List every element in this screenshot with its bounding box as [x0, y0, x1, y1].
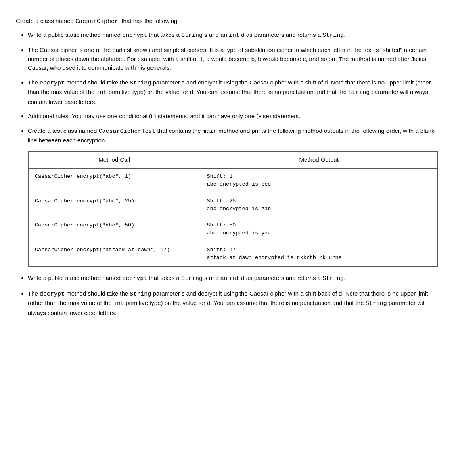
string-code-2: String [130, 80, 151, 86]
bullet-item-1: Write a public static method named encry… [28, 31, 438, 40]
bullet-item-7: The decrypt method should take the Strin… [28, 289, 438, 318]
table-cell-output-4: Shift: 17 attack at dawn encrypted is rk… [200, 242, 438, 266]
bullet-item-5: Create a test class named CaesarCipherTe… [28, 127, 438, 267]
string-code-4: String [181, 275, 203, 282]
table-cell-call-4: CaesarCipher.encrypt("attack at dawn", 1… [29, 242, 200, 266]
table-cell-output-2: Shift: 25 abc encrypted is zab [200, 193, 438, 217]
bullet-list-before: Write a public static method named encry… [16, 31, 438, 267]
table-cell-call-2: CaesarCipher.encrypt("abc", 25) [29, 193, 200, 217]
int-code-3: int [229, 275, 239, 282]
string-code-1: String [181, 32, 203, 39]
bullet-item-2: The Caesar cipher is one of the earliest… [28, 46, 438, 73]
int-code-2: int [96, 89, 107, 96]
method-table: Method Call Method Output CaesarCipher.e… [28, 151, 438, 267]
bullet-list-after: Write a public static method named decry… [16, 274, 438, 317]
main-code: main [203, 128, 217, 135]
table-cell-call-1: CaesarCipher.encrypt("abc", 1) [29, 169, 200, 193]
bullet-item-4: Additional rules: You may use one condit… [28, 112, 438, 121]
table-row: CaesarCipher.encrypt("abc", 25) Shift: 2… [29, 193, 438, 217]
table-row: CaesarCipher.encrypt("abc", 50) Shift: 5… [29, 217, 438, 242]
decrypt-code-2: decrypt [40, 291, 65, 298]
table-cell-output-1: Shift: 1 abc encrypted is bcd [200, 169, 438, 193]
string-code-6: String [366, 300, 387, 307]
class-name-inline: CaesarCipher [75, 18, 118, 25]
table-cell-output-3: Shift: 50 abc encrypted is yza [200, 217, 438, 242]
col-header-method-call: Method Call [29, 151, 200, 169]
table-row: CaesarCipher.encrypt("attack at dawn", 1… [29, 242, 438, 266]
col-header-method-output: Method Output [200, 151, 438, 169]
bullet-item-6: Write a public static method named decry… [28, 274, 438, 284]
string-code-3: String [348, 89, 370, 96]
string-code-5: String [130, 291, 151, 298]
intro-text: Create a class named CaesarCipher that h… [16, 17, 438, 27]
encrypt-code-2: encrypt [40, 80, 65, 86]
decrypt-code-1: decrypt [122, 275, 147, 282]
test-class-code: CaesarCipherTest [98, 128, 155, 135]
method-table-container: Method Call Method Output CaesarCipher.e… [28, 151, 438, 267]
string-return-2: String [322, 275, 344, 282]
int-code-1: int [229, 32, 239, 39]
bullet-item-3: The encrypt method should take the Strin… [28, 78, 438, 107]
table-cell-call-3: CaesarCipher.encrypt("abc", 50) [29, 217, 200, 242]
string-return-1: String [322, 32, 344, 39]
table-row: CaesarCipher.encrypt("abc", 1) Shift: 1 … [29, 169, 438, 193]
encrypt-code-1: encrypt [122, 32, 147, 39]
int-code-4: int [113, 300, 124, 307]
